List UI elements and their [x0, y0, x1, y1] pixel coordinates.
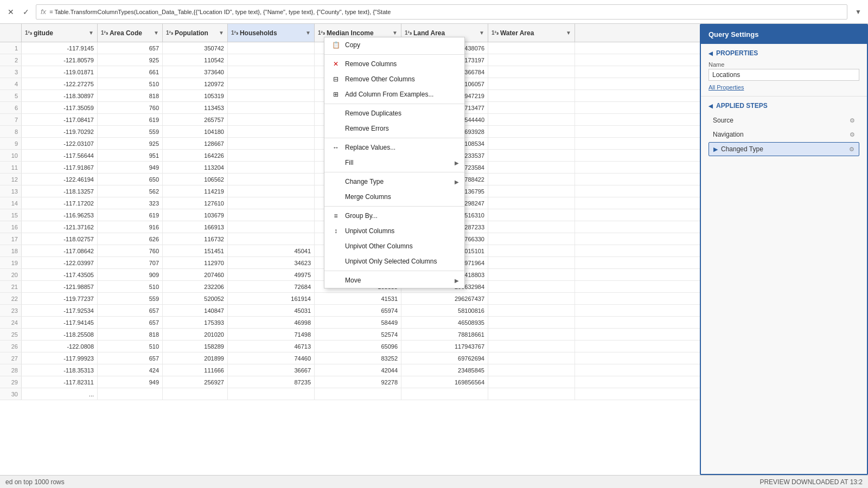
ctx-copy[interactable]: 📋 Copy [324, 37, 464, 53]
col-type-icon-6: 1²₃ [492, 30, 499, 36]
row-number: 5 [0, 90, 22, 101]
col-label-area-code: Area Code [110, 29, 142, 37]
table-cell: 52574 [315, 329, 401, 340]
col-header-water-area[interactable]: 1²₃ Water Area ▼ [488, 24, 575, 42]
table-cell: -119.70292 [22, 126, 98, 137]
step-navigation-gear[interactable]: ⚙ [850, 131, 855, 138]
bottom-left-text: ed on top 1000 rows [5, 478, 65, 486]
ctx-group-label: Group By... [345, 212, 378, 220]
ctx-move[interactable]: Move [324, 273, 464, 288]
table-cell: -119.77237 [22, 293, 98, 304]
table-cell: 256927 [163, 376, 228, 388]
table-cell: -117.17202 [22, 197, 98, 209]
table-cell [228, 185, 315, 197]
step-source-label: Source [713, 117, 733, 124]
bottom-bar: ed on top 1000 rows PREVIEW DOWNLOADED A… [0, 475, 868, 488]
formula-bar: fx = Table.TransformColumnTypes(Location… [36, 4, 847, 20]
ctx-remove-other-columns[interactable]: ⊟ Remove Other Columns [324, 72, 464, 87]
table-cell [488, 150, 575, 161]
step-changed-type[interactable]: ▶ Changed Type ⚙ [709, 142, 859, 156]
ctx-remove-label: Remove Columns [345, 60, 397, 68]
col-header-gitude[interactable]: 1²₃ gitude ▼ [22, 24, 98, 42]
ctx-add-column[interactable]: ⊞ Add Column From Examples... [324, 87, 464, 102]
table-cell: 41531 [315, 293, 401, 304]
formula-icon: fx [41, 8, 46, 16]
row-number: 15 [0, 209, 22, 221]
table-cell: 45031 [228, 305, 315, 316]
all-properties-link[interactable]: All Properties [709, 84, 859, 91]
table-cell: 117943767 [401, 341, 488, 352]
table-cell: -117.94145 [22, 317, 98, 328]
col-arrow-2: ▼ [219, 30, 224, 36]
table-cell [228, 66, 315, 78]
col-arrow: ▼ [88, 30, 94, 36]
col-header-population[interactable]: 1²₃ Population ▼ [163, 24, 228, 42]
table-cell [228, 102, 315, 113]
name-prop: Name Locations [709, 61, 859, 81]
close-icon[interactable]: ✕ [4, 5, 17, 18]
ctx-remove-icon: ✕ [331, 59, 341, 69]
step-changed-type-gear[interactable]: ⚙ [849, 146, 854, 153]
ctx-fill-icon [331, 158, 341, 168]
col-type-icon-1: 1²₃ [101, 30, 108, 36]
ctx-unpivot-sel-icon [331, 256, 341, 266]
ctx-dup-icon [331, 108, 341, 118]
row-number: 30 [0, 388, 22, 400]
name-value[interactable]: Locations [709, 69, 859, 81]
expand-icon[interactable]: ▼ [853, 7, 864, 17]
ctx-unpivot-selected[interactable]: Unpivot Only Selected Columns [324, 254, 464, 269]
ctx-unpivot-other-label: Unpivot Other Columns [345, 242, 413, 250]
ctx-remove-errors[interactable]: Remove Errors [324, 121, 464, 136]
table-cell: 175393 [163, 317, 228, 328]
table-cell: 520052 [163, 293, 228, 304]
table-cell [488, 388, 575, 400]
ctx-dup-label: Remove Duplicates [345, 110, 401, 117]
table-row: 24-117.94145657175393469985844946508935 [0, 317, 700, 329]
bottom-right-text: PREVIEW DOWNLOADED AT 13:2 [760, 478, 863, 486]
row-number: 13 [0, 185, 22, 197]
table-cell: 128667 [163, 138, 228, 149]
ctx-unpivot[interactable]: ↕ Unpivot Columns [324, 223, 464, 239]
table-cell [488, 352, 575, 364]
table-cell [228, 233, 315, 245]
table-cell [488, 54, 575, 66]
table-cell: 65974 [315, 305, 401, 316]
ctx-fill[interactable]: Fill [324, 155, 464, 170]
ctx-remove-columns[interactable]: ✕ Remove Columns [324, 56, 464, 72]
col-label-water-area: Water Area [500, 29, 534, 37]
ctx-remove-duplicates[interactable]: Remove Duplicates [324, 106, 464, 121]
table-cell [488, 233, 575, 245]
table-cell: 510 [98, 78, 163, 89]
ctx-unpivot-other[interactable]: Unpivot Other Columns [324, 239, 464, 254]
col-type-icon-4: 1²₃ [318, 30, 325, 36]
table-cell [228, 388, 315, 400]
ctx-move-icon [331, 275, 341, 285]
step-source-gear[interactable]: ⚙ [850, 117, 855, 124]
ctx-change-type[interactable]: Change Type [324, 174, 464, 189]
ctx-copy-icon: 📋 [331, 40, 341, 50]
table-cell: 818 [98, 329, 163, 340]
col-header-area-code[interactable]: 1²₃ Area Code ▼ [98, 24, 163, 42]
ctx-change-type-icon [331, 177, 341, 187]
ctx-fill-label: Fill [345, 159, 353, 166]
check-icon[interactable]: ✓ [20, 5, 33, 18]
top-bar: ✕ ✓ fx = Table.TransformColumnTypes(Loca… [0, 0, 868, 24]
row-number: 7 [0, 114, 22, 125]
row-number: 21 [0, 281, 22, 292]
table-cell [488, 197, 575, 209]
col-header-households[interactable]: 1²₃ Households ▼ [228, 24, 315, 42]
table-cell: 23485845 [401, 364, 488, 376]
ctx-replace-values[interactable]: ↔ Replace Values... [324, 140, 464, 155]
row-number: 10 [0, 150, 22, 161]
table-cell [228, 114, 315, 125]
step-source[interactable]: Source ⚙ [709, 114, 859, 127]
table-cell: 42044 [315, 364, 401, 376]
step-changed-type-arrow: ▶ [713, 146, 718, 153]
table-cell [488, 209, 575, 221]
step-navigation[interactable]: Navigation ⚙ [709, 128, 859, 141]
table-cell: -117.91867 [22, 162, 98, 173]
table-cell: 510 [98, 341, 163, 352]
ctx-group-by[interactable]: ≡ Group By... [324, 208, 464, 223]
ctx-merge-columns[interactable]: Merge Columns [324, 189, 464, 204]
ctx-sep-4 [324, 206, 464, 207]
